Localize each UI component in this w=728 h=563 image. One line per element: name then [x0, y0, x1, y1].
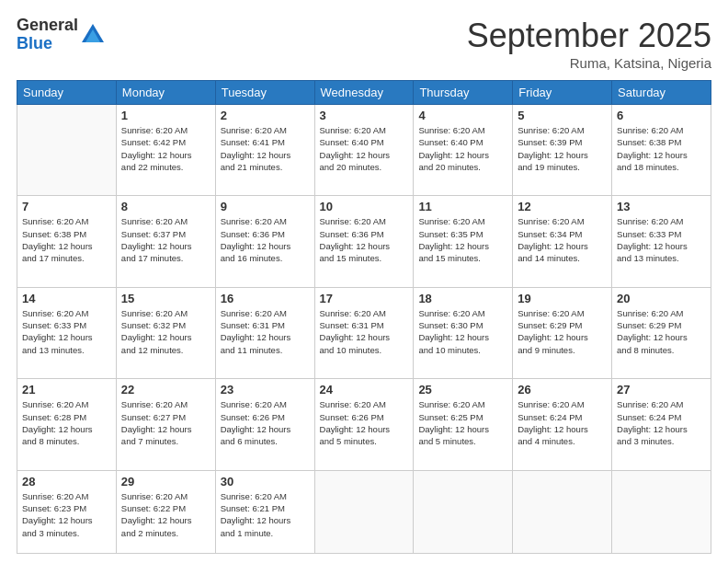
month-title: September 2025 — [467, 17, 711, 55]
location: Ruma, Katsina, Nigeria — [467, 55, 711, 71]
week-row-5: 28Sunrise: 6:20 AM Sunset: 6:23 PM Dayli… — [17, 470, 711, 553]
day-number: 18 — [418, 292, 507, 305]
calendar-cell — [314, 470, 414, 553]
day-number: 8 — [121, 200, 210, 213]
day-number: 6 — [617, 109, 706, 122]
calendar-cell — [414, 470, 513, 553]
week-row-2: 7Sunrise: 6:20 AM Sunset: 6:38 PM Daylig… — [17, 196, 711, 287]
day-number: 19 — [518, 292, 607, 305]
day-info: Sunrise: 6:20 AM Sunset: 6:22 PM Dayligh… — [121, 490, 210, 539]
calendar-cell: 7Sunrise: 6:20 AM Sunset: 6:38 PM Daylig… — [17, 196, 117, 287]
day-info: Sunrise: 6:20 AM Sunset: 6:29 PM Dayligh… — [518, 307, 607, 356]
calendar-cell: 22Sunrise: 6:20 AM Sunset: 6:27 PM Dayli… — [116, 379, 215, 470]
page: General Blue September 2025 Ruma, Katsin… — [0, 0, 728, 563]
calendar-cell: 28Sunrise: 6:20 AM Sunset: 6:23 PM Dayli… — [17, 470, 117, 553]
day-info: Sunrise: 6:20 AM Sunset: 6:39 PM Dayligh… — [518, 124, 607, 173]
calendar-cell: 13Sunrise: 6:20 AM Sunset: 6:33 PM Dayli… — [612, 196, 711, 287]
day-number: 12 — [518, 200, 607, 213]
day-info: Sunrise: 6:20 AM Sunset: 6:23 PM Dayligh… — [22, 490, 111, 539]
day-number: 21 — [22, 383, 111, 396]
logo: General Blue — [17, 17, 106, 53]
calendar-table: Sunday Monday Tuesday Wednesday Thursday… — [17, 80, 711, 554]
calendar-cell: 12Sunrise: 6:20 AM Sunset: 6:34 PM Dayli… — [513, 196, 612, 287]
calendar-cell: 10Sunrise: 6:20 AM Sunset: 6:36 PM Dayli… — [314, 196, 414, 287]
day-info: Sunrise: 6:20 AM Sunset: 6:38 PM Dayligh… — [22, 215, 111, 264]
day-info: Sunrise: 6:20 AM Sunset: 6:33 PM Dayligh… — [22, 307, 111, 356]
day-info: Sunrise: 6:20 AM Sunset: 6:24 PM Dayligh… — [518, 398, 607, 447]
week-row-4: 21Sunrise: 6:20 AM Sunset: 6:28 PM Dayli… — [17, 379, 711, 470]
calendar-cell: 2Sunrise: 6:20 AM Sunset: 6:41 PM Daylig… — [215, 105, 314, 196]
day-info: Sunrise: 6:20 AM Sunset: 6:35 PM Dayligh… — [418, 215, 507, 264]
week-row-1: 1Sunrise: 6:20 AM Sunset: 6:42 PM Daylig… — [17, 105, 711, 196]
day-number: 25 — [418, 383, 507, 396]
day-number: 14 — [22, 292, 111, 305]
day-number: 20 — [617, 292, 706, 305]
col-sunday: Sunday — [17, 81, 117, 105]
calendar-cell: 24Sunrise: 6:20 AM Sunset: 6:26 PM Dayli… — [314, 379, 414, 470]
day-info: Sunrise: 6:20 AM Sunset: 6:34 PM Dayligh… — [518, 215, 607, 264]
day-info: Sunrise: 6:20 AM Sunset: 6:28 PM Dayligh… — [22, 398, 111, 447]
calendar-cell: 5Sunrise: 6:20 AM Sunset: 6:39 PM Daylig… — [513, 105, 612, 196]
week-row-3: 14Sunrise: 6:20 AM Sunset: 6:33 PM Dayli… — [17, 287, 711, 378]
calendar-cell: 8Sunrise: 6:20 AM Sunset: 6:37 PM Daylig… — [116, 196, 215, 287]
col-thursday: Thursday — [414, 81, 513, 105]
day-info: Sunrise: 6:20 AM Sunset: 6:42 PM Dayligh… — [121, 124, 210, 173]
day-info: Sunrise: 6:20 AM Sunset: 6:21 PM Dayligh… — [221, 490, 310, 539]
day-info: Sunrise: 6:20 AM Sunset: 6:26 PM Dayligh… — [221, 398, 310, 447]
day-info: Sunrise: 6:20 AM Sunset: 6:32 PM Dayligh… — [121, 307, 210, 356]
calendar-cell: 18Sunrise: 6:20 AM Sunset: 6:30 PM Dayli… — [414, 287, 513, 378]
calendar-cell — [513, 470, 612, 553]
day-info: Sunrise: 6:20 AM Sunset: 6:36 PM Dayligh… — [221, 215, 310, 264]
day-info: Sunrise: 6:20 AM Sunset: 6:41 PM Dayligh… — [221, 124, 310, 173]
calendar-cell: 27Sunrise: 6:20 AM Sunset: 6:24 PM Dayli… — [612, 379, 711, 470]
col-monday: Monday — [116, 81, 215, 105]
day-number: 28 — [22, 475, 111, 488]
day-info: Sunrise: 6:20 AM Sunset: 6:31 PM Dayligh… — [320, 307, 409, 356]
col-tuesday: Tuesday — [215, 81, 314, 105]
logo-blue: Blue — [17, 35, 78, 53]
header-row: Sunday Monday Tuesday Wednesday Thursday… — [17, 81, 711, 105]
day-info: Sunrise: 6:20 AM Sunset: 6:24 PM Dayligh… — [617, 398, 706, 447]
day-info: Sunrise: 6:20 AM Sunset: 6:29 PM Dayligh… — [617, 307, 706, 356]
day-number: 5 — [518, 109, 607, 122]
logo-text: General Blue — [17, 17, 78, 53]
day-number: 23 — [221, 383, 310, 396]
day-info: Sunrise: 6:20 AM Sunset: 6:33 PM Dayligh… — [617, 215, 706, 264]
day-number: 11 — [418, 200, 507, 213]
calendar-cell: 23Sunrise: 6:20 AM Sunset: 6:26 PM Dayli… — [215, 379, 314, 470]
day-info: Sunrise: 6:20 AM Sunset: 6:31 PM Dayligh… — [221, 307, 310, 356]
calendar-cell: 30Sunrise: 6:20 AM Sunset: 6:21 PM Dayli… — [215, 470, 314, 553]
calendar-cell: 25Sunrise: 6:20 AM Sunset: 6:25 PM Dayli… — [414, 379, 513, 470]
day-number: 30 — [221, 475, 310, 488]
calendar-cell: 19Sunrise: 6:20 AM Sunset: 6:29 PM Dayli… — [513, 287, 612, 378]
calendar-cell: 11Sunrise: 6:20 AM Sunset: 6:35 PM Dayli… — [414, 196, 513, 287]
calendar-cell: 29Sunrise: 6:20 AM Sunset: 6:22 PM Dayli… — [116, 470, 215, 553]
day-number: 10 — [320, 200, 409, 213]
day-number: 15 — [121, 292, 210, 305]
day-number: 17 — [320, 292, 409, 305]
day-info: Sunrise: 6:20 AM Sunset: 6:40 PM Dayligh… — [418, 124, 507, 173]
calendar-cell: 20Sunrise: 6:20 AM Sunset: 6:29 PM Dayli… — [612, 287, 711, 378]
calendar-cell: 16Sunrise: 6:20 AM Sunset: 6:31 PM Dayli… — [215, 287, 314, 378]
calendar-cell: 15Sunrise: 6:20 AM Sunset: 6:32 PM Dayli… — [116, 287, 215, 378]
day-info: Sunrise: 6:20 AM Sunset: 6:40 PM Dayligh… — [320, 124, 409, 173]
day-number: 16 — [221, 292, 310, 305]
calendar-cell: 14Sunrise: 6:20 AM Sunset: 6:33 PM Dayli… — [17, 287, 117, 378]
col-saturday: Saturday — [612, 81, 711, 105]
day-number: 24 — [320, 383, 409, 396]
calendar-cell: 26Sunrise: 6:20 AM Sunset: 6:24 PM Dayli… — [513, 379, 612, 470]
day-info: Sunrise: 6:20 AM Sunset: 6:30 PM Dayligh… — [418, 307, 507, 356]
header: General Blue September 2025 Ruma, Katsin… — [17, 17, 711, 71]
day-number: 29 — [121, 475, 210, 488]
title-block: September 2025 Ruma, Katsina, Nigeria — [467, 17, 711, 71]
day-number: 27 — [617, 383, 706, 396]
day-number: 4 — [418, 109, 507, 122]
day-info: Sunrise: 6:20 AM Sunset: 6:25 PM Dayligh… — [418, 398, 507, 447]
logo-general: General — [17, 17, 78, 35]
day-number: 2 — [221, 109, 310, 122]
day-info: Sunrise: 6:20 AM Sunset: 6:27 PM Dayligh… — [121, 398, 210, 447]
calendar-cell — [17, 105, 117, 196]
calendar-cell: 4Sunrise: 6:20 AM Sunset: 6:40 PM Daylig… — [414, 105, 513, 196]
day-info: Sunrise: 6:20 AM Sunset: 6:36 PM Dayligh… — [320, 215, 409, 264]
day-info: Sunrise: 6:20 AM Sunset: 6:38 PM Dayligh… — [617, 124, 706, 173]
